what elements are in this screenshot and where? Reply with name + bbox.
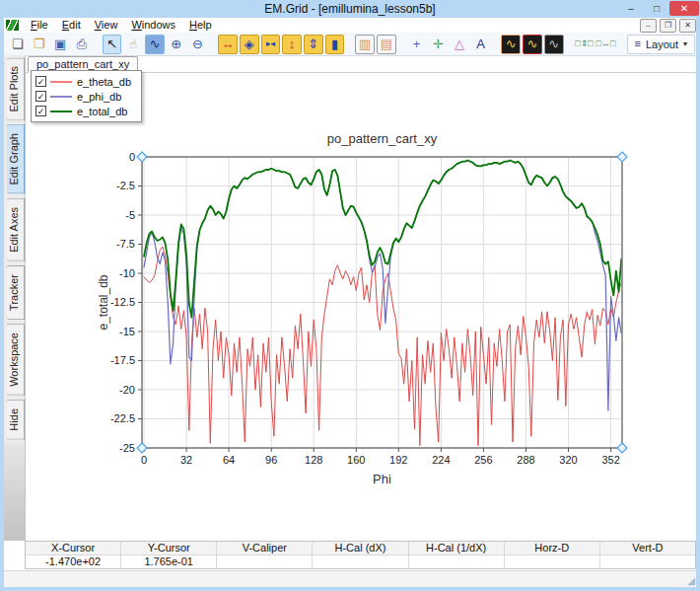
menu-view[interactable]: View: [88, 18, 125, 33]
sidebar-tab-tracker[interactable]: Tracker: [7, 265, 25, 320]
zoom-out-button[interactable]: ⊖: [188, 35, 208, 54]
crosshair-tool-button[interactable]: +: [407, 35, 427, 54]
pan-tool-icon: ☝: [129, 37, 137, 50]
vertical-panel-button[interactable]: ▥: [355, 35, 375, 54]
readout-value-row: -1.470e+021.765e-01: [26, 555, 695, 568]
menu-help[interactable]: Help: [182, 18, 219, 33]
axis-handle-icon[interactable]: [137, 443, 147, 453]
sidebar-tab-strip: Edit PlotsEdit GraphEdit AxesTrackerWork…: [4, 55, 25, 541]
select-tool-icon: ↖: [106, 37, 117, 50]
legend-label: e_total_db: [77, 106, 127, 117]
zoom-region-tool-button[interactable]: ∿: [145, 35, 165, 54]
toolbar: ❏❐▣⎙↖☝∿⊕⊖↔◈▸◂↕⇕▮▥▤+✛△A∿∿∿□⇕□□↔□≡Layout▾: [4, 33, 696, 56]
legend-checkbox-e_theta_db[interactable]: ✓: [35, 76, 46, 87]
new-file-button[interactable]: ❏: [8, 35, 28, 54]
x-tick-label: 128: [305, 454, 322, 466]
horizontal-spacing-button[interactable]: □↔□: [596, 35, 616, 54]
readout-value: [408, 555, 504, 568]
sidebar-tab-edit-axes[interactable]: Edit Axes: [7, 198, 25, 261]
horizontal-panel-icon: ▤: [381, 37, 392, 50]
readout-header-row: X-CursorY-CursorV-CaliperH-Cal (dX)H-Cal…: [26, 542, 695, 555]
x-tick-label: 256: [474, 454, 492, 466]
child-close-button[interactable]: ✕: [679, 19, 696, 33]
sidebar-tab-hide[interactable]: Hide: [7, 400, 25, 440]
x-tick-label: 64: [223, 454, 235, 466]
center-x-button[interactable]: ◈: [240, 35, 259, 54]
save-button[interactable]: ▣: [50, 35, 70, 54]
new-plot-button[interactable]: ∿: [501, 35, 521, 54]
readout-header: Vert-D: [599, 542, 695, 554]
titlebar[interactable]: EM.Grid - [emillumina_lesson5b] – □ ✕: [0, 0, 700, 18]
center-x-icon: ◈: [245, 37, 254, 50]
document-area: 03264961281601922242562883203520-2.5-5-7…: [25, 55, 696, 541]
zoom-in-button[interactable]: ⊕: [167, 35, 186, 54]
y-tick-label: -20: [119, 384, 135, 396]
center-y-button[interactable]: ⇕: [304, 35, 323, 54]
axis-handle-icon[interactable]: [137, 152, 147, 162]
zoom-in-icon: ⊕: [171, 37, 181, 50]
y-tick-label: -2.5: [116, 180, 135, 191]
y-tick-label: -10: [119, 267, 135, 279]
readout-value: -1.470e+02: [26, 555, 120, 568]
minimize-button[interactable]: –: [618, 1, 644, 16]
select-tool-button[interactable]: ↖: [103, 35, 122, 54]
sidebar-tab-edit-plots[interactable]: Edit Plots: [7, 57, 25, 120]
window-controls: – □ ✕: [618, 1, 699, 16]
y-axis-label: e_total_db: [97, 274, 110, 330]
overlay-plot-button[interactable]: ∿: [523, 35, 542, 54]
app-logo-icon: [6, 20, 19, 31]
statusbar: ◢: [4, 570, 696, 587]
inactive-plot-button[interactable]: ∿: [544, 35, 564, 54]
menu-file[interactable]: File: [24, 18, 55, 33]
compress-x-button[interactable]: ▸◂: [261, 35, 281, 54]
legend-label: e_phi_db: [77, 91, 121, 103]
zoom-region-tool-icon: ∿: [150, 37, 161, 50]
readout-header: X-Cursor: [26, 542, 120, 554]
readout-header: Horz-D: [504, 542, 599, 554]
text-tool-button[interactable]: A: [471, 35, 491, 54]
child-window-controls: –❐✕: [637, 19, 696, 33]
open-file-button[interactable]: ❐: [30, 35, 49, 54]
legend-checkbox-e_phi_db[interactable]: ✓: [35, 91, 46, 102]
layout-menu-button[interactable]: ≡Layout▾: [627, 35, 695, 54]
save-icon: ▣: [54, 37, 66, 50]
horizontal-panel-button[interactable]: ▤: [377, 35, 396, 54]
readout-value: 1.765e-01: [120, 555, 216, 568]
sidebar-tab-workspace[interactable]: Workspace: [7, 324, 25, 396]
menu-edit[interactable]: Edit: [55, 18, 88, 33]
axis-handle-icon[interactable]: [617, 443, 627, 453]
x-tick-label: 96: [265, 454, 277, 466]
close-button[interactable]: ✕: [669, 1, 699, 16]
y-tick-label: 0: [129, 151, 135, 163]
resize-grip-icon[interactable]: ◢: [687, 576, 695, 586]
y-tick-label: -25: [119, 442, 135, 454]
overlay-plot-icon: ∿: [527, 37, 538, 50]
expand-y-button[interactable]: ↕: [282, 35, 302, 54]
angle-tool-icon: △: [455, 37, 464, 50]
expand-x-button[interactable]: ↔: [218, 35, 238, 54]
angle-tool-button[interactable]: △: [450, 35, 469, 54]
x-tick-label: 32: [180, 454, 192, 466]
sidebar-tab-edit-graph[interactable]: Edit Graph: [7, 124, 25, 194]
legend-checkbox-e_total_db[interactable]: ✓: [35, 106, 46, 116]
app-window: EM.Grid - [emillumina_lesson5b] – □ ✕ Fi…: [0, 0, 700, 591]
vertical-spacing-button[interactable]: □⇕□: [575, 35, 595, 54]
axis-handle-icon[interactable]: [617, 152, 627, 162]
pan-tool-button[interactable]: ☝: [123, 35, 143, 54]
print-button[interactable]: ⎙: [72, 35, 92, 54]
legend-label: e_theta_db: [77, 76, 131, 88]
compress-y-button[interactable]: ▮: [325, 35, 345, 54]
maximize-button[interactable]: □: [644, 1, 669, 16]
layout-menu-icon: ≡: [635, 38, 641, 49]
x-tick-label: 288: [517, 454, 534, 466]
child-minimize-button[interactable]: –: [640, 19, 657, 33]
child-restore-button[interactable]: ❐: [660, 19, 676, 33]
legend-row: ✓e_total_db: [35, 104, 131, 118]
crosshair-tool-icon: +: [413, 37, 421, 50]
readout-value: [599, 555, 695, 568]
chart-canvas[interactable]: 03264961281601922242562883203520-2.5-5-7…: [26, 55, 693, 541]
axes-tool-button[interactable]: ✛: [428, 35, 448, 54]
horizontal-spacing-icon: □↔□: [596, 39, 616, 48]
legend-line-sample: [50, 111, 72, 112]
menu-windows[interactable]: Windows: [124, 18, 182, 33]
